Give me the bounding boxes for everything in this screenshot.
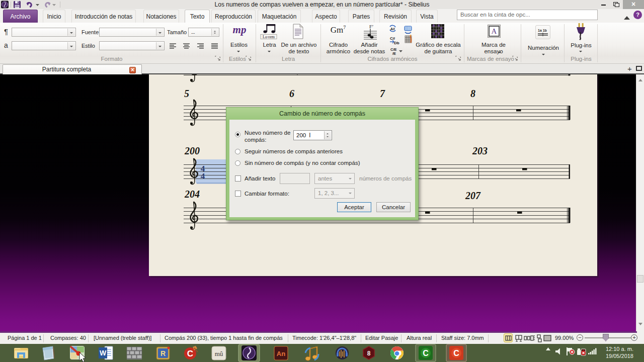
svg-text:8: 8 bbox=[367, 350, 371, 357]
svg-text:6: 6 bbox=[289, 88, 294, 99]
svg-text:C#: C# bbox=[390, 36, 395, 41]
svg-text:Lo-rem: Lo-rem bbox=[263, 35, 275, 39]
svg-text:C: C bbox=[423, 349, 429, 357]
svg-text:5: 5 bbox=[184, 88, 189, 99]
svg-text:4: 4 bbox=[201, 171, 205, 181]
svg-text:F7: F7 bbox=[369, 24, 373, 29]
svg-text:A#: A# bbox=[390, 27, 395, 31]
svg-text:C: C bbox=[187, 349, 193, 358]
svg-text:An: An bbox=[277, 350, 285, 357]
svg-text:200: 200 bbox=[184, 145, 200, 156]
svg-text:7: 7 bbox=[380, 88, 385, 99]
svg-text:/E: /E bbox=[392, 51, 396, 56]
svg-text:207: 207 bbox=[465, 190, 481, 201]
svg-text:C: C bbox=[453, 349, 459, 357]
svg-text:W: W bbox=[100, 349, 107, 357]
svg-text:Db: Db bbox=[394, 41, 399, 45]
svg-text:R: R bbox=[160, 349, 166, 357]
svg-text:204: 204 bbox=[184, 189, 200, 200]
svg-text:8: 8 bbox=[470, 88, 475, 99]
svg-text:C/E: C/E bbox=[390, 47, 397, 52]
svg-text:203: 203 bbox=[472, 145, 488, 156]
svg-text:mû: mû bbox=[215, 350, 223, 357]
